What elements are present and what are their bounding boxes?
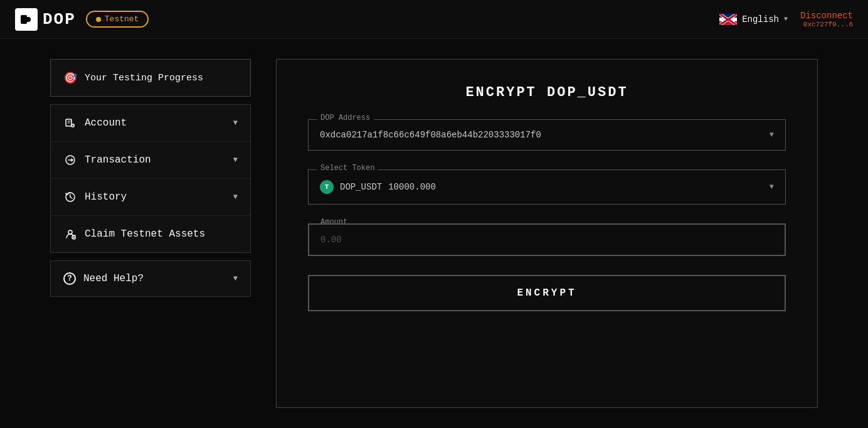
uk-flag-icon bbox=[719, 14, 737, 25]
sidebar-item-transaction[interactable]: Transaction ▼ bbox=[51, 142, 250, 179]
history-chevron-icon: ▼ bbox=[233, 193, 238, 201]
encrypt-panel: ENCRYPT DOP_USDT DOP Address 0xdca0217a1… bbox=[276, 59, 818, 408]
disconnect-button[interactable]: Disconnect 0xc727f9...6 bbox=[800, 11, 853, 28]
logo-icon bbox=[15, 8, 38, 31]
encrypt-title: ENCRYPT DOP_USDT bbox=[308, 85, 786, 100]
sidebar-item-help[interactable]: ? Need Help? ▼ bbox=[51, 261, 250, 296]
app-header: DOP Testnet English ▼ Disconnect 0xc727f… bbox=[0, 0, 868, 39]
wallet-address: 0xc727f9...6 bbox=[800, 21, 853, 28]
help-label: Need Help? bbox=[83, 273, 144, 284]
testnet-dot bbox=[96, 17, 101, 22]
history-icon bbox=[63, 190, 77, 204]
header-left: DOP Testnet bbox=[15, 8, 149, 31]
dop-address-selector[interactable]: 0xdca0217a1f8c66c649f08a6eb44b2203333017… bbox=[308, 119, 786, 151]
sidebar-item-claim[interactable]: Claim Testnet Assets bbox=[51, 216, 250, 252]
sidebar-item-claim-left: Claim Testnet Assets bbox=[63, 227, 205, 241]
language-selector[interactable]: English ▼ bbox=[719, 14, 788, 25]
svg-rect-1 bbox=[26, 17, 31, 22]
sidebar: 🎯 Your Testing Progress Account bbox=[50, 59, 251, 408]
sidebar-item-help-left: ? Need Help? bbox=[63, 272, 144, 285]
disconnect-label: Disconnect bbox=[800, 11, 853, 21]
logo: DOP bbox=[15, 8, 76, 31]
progress-icon: 🎯 bbox=[63, 71, 77, 85]
token-select-group: Select Token T DOP_USDT 10000.000 ▼ bbox=[308, 169, 786, 205]
dop-address-label: DOP Address bbox=[317, 114, 374, 122]
transaction-chevron-icon: ▼ bbox=[233, 156, 238, 164]
testnet-badge[interactable]: Testnet bbox=[86, 11, 149, 28]
account-icon bbox=[63, 116, 77, 130]
testnet-label: Testnet bbox=[105, 14, 139, 24]
token-symbol: T bbox=[325, 183, 329, 191]
account-chevron-icon: ▼ bbox=[233, 119, 238, 127]
token-amount: 10000.000 bbox=[388, 182, 436, 192]
token-selector[interactable]: T DOP_USDT 10000.000 ▼ bbox=[308, 169, 786, 205]
claim-icon bbox=[63, 227, 77, 241]
help-icon: ? bbox=[63, 272, 76, 285]
amount-group: Amount bbox=[308, 223, 786, 256]
sidebar-item-transaction-left: Transaction bbox=[63, 153, 151, 167]
token-select-left: T DOP_USDT 10000.000 bbox=[320, 180, 436, 194]
select-token-label: Select Token bbox=[317, 164, 378, 173]
token-icon: T bbox=[320, 180, 334, 194]
logo-text: DOP bbox=[43, 10, 76, 29]
sidebar-nav: Account ▼ Transaction ▼ bbox=[50, 104, 251, 253]
sidebar-item-history-left: History bbox=[63, 190, 127, 204]
sidebar-item-progress[interactable]: 🎯 Your Testing Progress bbox=[50, 59, 251, 97]
transaction-icon bbox=[63, 153, 77, 167]
history-label: History bbox=[85, 191, 127, 203]
main-layout: 🎯 Your Testing Progress Account bbox=[0, 39, 868, 428]
sidebar-item-account[interactable]: Account ▼ bbox=[51, 105, 250, 142]
header-right: English ▼ Disconnect 0xc727f9...6 bbox=[719, 11, 853, 28]
help-chevron-icon: ▼ bbox=[233, 274, 238, 283]
dop-address-group: DOP Address 0xdca0217a1f8c66c649f08a6eb4… bbox=[308, 119, 786, 151]
sidebar-help-section: ? Need Help? ▼ bbox=[50, 260, 251, 297]
language-label: English bbox=[742, 14, 779, 24]
dop-address-value: 0xdca0217a1f8c66c649f08a6eb44b2203333017… bbox=[320, 130, 541, 140]
transaction-label: Transaction bbox=[85, 154, 151, 166]
token-chevron-icon: ▼ bbox=[770, 183, 774, 191]
token-name: DOP_USDT bbox=[340, 182, 382, 192]
dop-address-chevron-icon: ▼ bbox=[770, 131, 774, 139]
claim-label: Claim Testnet Assets bbox=[85, 228, 205, 240]
svg-point-6 bbox=[68, 230, 72, 234]
sidebar-item-account-left: Account bbox=[63, 116, 127, 130]
amount-input[interactable] bbox=[309, 224, 785, 255]
encrypt-button[interactable]: ENCRYPT bbox=[308, 275, 786, 311]
progress-label: Your Testing Progress bbox=[85, 73, 203, 83]
account-label: Account bbox=[85, 117, 127, 129]
chevron-down-icon: ▼ bbox=[784, 16, 788, 23]
sidebar-item-history[interactable]: History ▼ bbox=[51, 179, 250, 216]
